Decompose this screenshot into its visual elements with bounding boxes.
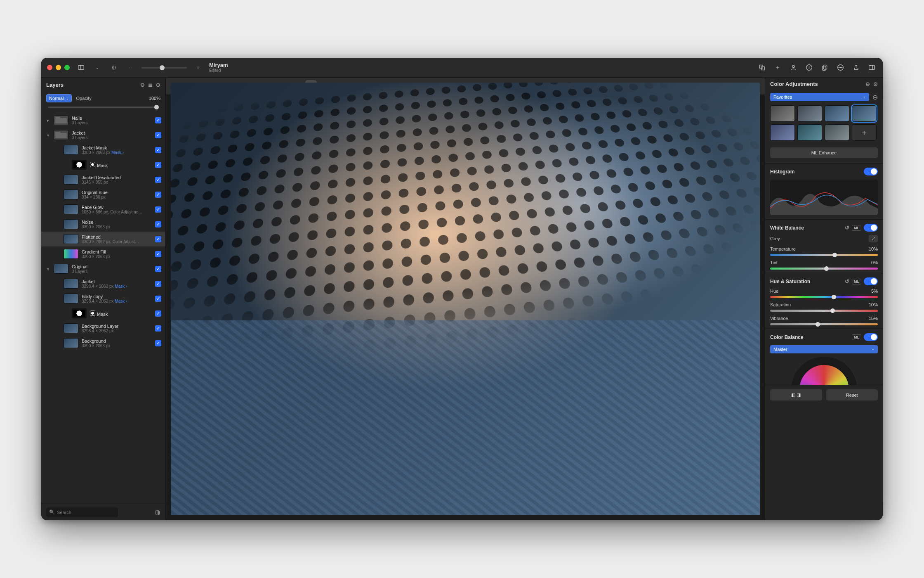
ml-enhance-button[interactable]: ML Enhance [770, 147, 878, 158]
layer-row[interactable]: Jacket3298.4 × 2062 px Mask ›✓ [41, 276, 165, 291]
white-balance-ml-badge[interactable]: ML [852, 225, 861, 231]
layer-row[interactable]: Original Blue334 × 230 px✓ [41, 187, 165, 202]
sidebar-dropdown[interactable]: ⌄ [92, 62, 103, 73]
layers-search-input[interactable] [46, 507, 118, 517]
adjustments-more-icon[interactable]: ⊙ [873, 81, 878, 87]
layer-row[interactable]: Gradient Fill3300 × 2063 px✓ [41, 246, 165, 261]
tint-slider[interactable] [770, 268, 878, 270]
favorites-select[interactable]: Favorites⌄ [770, 93, 869, 101]
layer-visibility-toggle[interactable]: ✓ [155, 310, 161, 317]
layer-row[interactable]: Jacket Mask3300 × 2063 px Mask ›✓ [41, 142, 165, 157]
inspector-toggle-button[interactable] [866, 62, 877, 73]
layer-mask-link[interactable]: Mask › [114, 299, 127, 303]
layer-visibility-toggle[interactable]: ✓ [155, 117, 161, 123]
layer-visibility-toggle[interactable]: ✓ [155, 340, 161, 346]
minimize-window-button[interactable] [56, 65, 61, 70]
opacity-slider[interactable] [48, 107, 159, 108]
preset-thumb-selected[interactable] [852, 105, 877, 122]
layer-visibility-toggle[interactable]: ✓ [155, 206, 161, 213]
layer-thumbnail [64, 175, 78, 185]
layer-row[interactable]: Flattened3300 × 2062 px, Color Adjust…✓ [41, 232, 165, 246]
grey-eyedropper-button[interactable] [869, 235, 878, 242]
layer-row[interactable]: Jacket Desaturated3145 × 855 px✓ [41, 172, 165, 187]
layer-visibility-toggle[interactable]: ✓ [155, 325, 161, 332]
preset-thumb[interactable] [797, 105, 822, 122]
person-button[interactable] [788, 62, 799, 73]
adjustments-collapse-icon[interactable]: ⊖ [865, 81, 870, 87]
layer-visibility-toggle[interactable]: ✓ [155, 296, 161, 302]
layers-panel-header: Layers ⊖ ≣ ⊙ [41, 78, 165, 92]
histogram-toggle[interactable] [864, 168, 878, 175]
layer-visibility-toggle[interactable]: ✓ [155, 251, 161, 257]
zoom-slider[interactable] [141, 67, 187, 69]
preset-add-button[interactable]: ＋ [852, 124, 877, 141]
layer-row[interactable]: Body copy3298.4 × 2062 px Mask ›✓ [41, 291, 165, 306]
more-button[interactable] [835, 62, 846, 73]
zoom-out-button[interactable]: − [125, 62, 136, 73]
layers-more-icon[interactable]: ⊙ [156, 82, 160, 88]
color-balance-range-select[interactable]: Master ⌄ [770, 345, 878, 353]
color-balance-wheel[interactable] [765, 357, 883, 385]
reset-button[interactable]: Reset [826, 389, 878, 400]
add-button[interactable]: ＋ [772, 62, 783, 73]
layer-disclosure-icon[interactable]: ▾ [45, 267, 50, 271]
saturation-slider[interactable] [770, 310, 878, 312]
canvas-area[interactable]: ✦✧⊕⎘✎▦◫⌫◐●◉○◑☀✺✋🔍⌗ ⊖ [166, 78, 765, 520]
layer-visibility-toggle[interactable]: ✓ [155, 147, 161, 153]
preset-thumb[interactable] [770, 105, 795, 122]
copy-button[interactable] [819, 62, 830, 73]
blend-mode-select[interactable]: Normal⌄ [46, 94, 72, 102]
layer-mask-link[interactable]: Mask › [110, 150, 124, 155]
zoom-in-button[interactable]: + [193, 62, 203, 73]
layer-thumbnail [54, 115, 68, 125]
split-view-button[interactable]: ⟨|⟩ [108, 62, 119, 73]
layer-row[interactable]: Background Layer3298.4 × 2062 px✓ [41, 321, 165, 336]
layers-filter-icon[interactable]: ◑ [155, 508, 160, 516]
layer-row[interactable]: ▾Jacket3 Layers✓ [41, 128, 165, 142]
white-balance-toggle[interactable] [864, 224, 878, 232]
layer-row[interactable]: Mask✓ [41, 306, 165, 321]
layer-visibility-toggle[interactable]: ✓ [155, 236, 161, 242]
layer-visibility-toggle[interactable]: ✓ [155, 192, 161, 198]
canvas-mode-button[interactable] [757, 62, 767, 73]
color-balance-toggle[interactable] [864, 333, 878, 341]
layer-row[interactable]: Noise3300 × 2063 px✓ [41, 217, 165, 232]
temperature-slider[interactable] [770, 254, 878, 256]
layer-visibility-toggle[interactable]: ✓ [155, 266, 161, 272]
hue-slider[interactable] [770, 296, 878, 298]
close-window-button[interactable] [47, 65, 52, 70]
layer-visibility-toggle[interactable]: ✓ [155, 221, 161, 227]
preset-thumb[interactable] [825, 105, 849, 122]
preset-thumb[interactable] [770, 124, 795, 141]
white-balance-reset-icon[interactable]: ↺ [845, 225, 849, 231]
preset-thumb[interactable] [797, 124, 822, 141]
color-balance-ml-badge[interactable]: ML [852, 334, 861, 340]
layer-visibility-toggle[interactable]: ✓ [155, 281, 161, 287]
fullscreen-window-button[interactable] [64, 65, 70, 70]
layer-mask-link[interactable]: Mask › [114, 284, 127, 289]
layer-visibility-toggle[interactable]: ✓ [155, 132, 161, 138]
info-button[interactable] [804, 62, 814, 73]
layer-meta: 3300 × 2063 px Mask › [82, 150, 152, 155]
layers-collapse-icon[interactable]: ⊖ [140, 82, 145, 88]
preset-thumb[interactable] [825, 124, 849, 141]
sidebar-toggle-button[interactable] [75, 62, 86, 73]
compare-button[interactable]: ◧ ◨ [770, 389, 822, 400]
layer-disclosure-icon[interactable]: ▾ [45, 133, 50, 137]
vibrance-slider[interactable] [770, 323, 878, 325]
layer-visibility-toggle[interactable]: ✓ [155, 177, 161, 183]
hue-sat-ml-badge[interactable]: ML [852, 279, 861, 284]
layer-row[interactable]: ▸Nails3 Layers✓ [41, 113, 165, 128]
layer-disclosure-icon[interactable]: ▸ [45, 118, 50, 123]
share-button[interactable] [851, 62, 861, 73]
layers-stack-icon[interactable]: ≣ [148, 82, 153, 88]
layer-row[interactable]: Face Glow1050 × 686 px, Color Adjustme…✓ [41, 202, 165, 217]
layer-row[interactable]: Background3300 × 2063 px✓ [41, 336, 165, 351]
layer-visibility-toggle[interactable]: ✓ [155, 162, 161, 168]
favorites-remove-icon[interactable]: ⊖ [872, 93, 878, 101]
svg-rect-14 [869, 65, 874, 69]
layer-row[interactable]: Mask✓ [41, 157, 165, 172]
layer-row[interactable]: ▾Original3 Layers✓ [41, 261, 165, 276]
hue-sat-toggle[interactable] [864, 277, 878, 285]
hue-sat-reset-icon[interactable]: ↺ [845, 278, 849, 284]
